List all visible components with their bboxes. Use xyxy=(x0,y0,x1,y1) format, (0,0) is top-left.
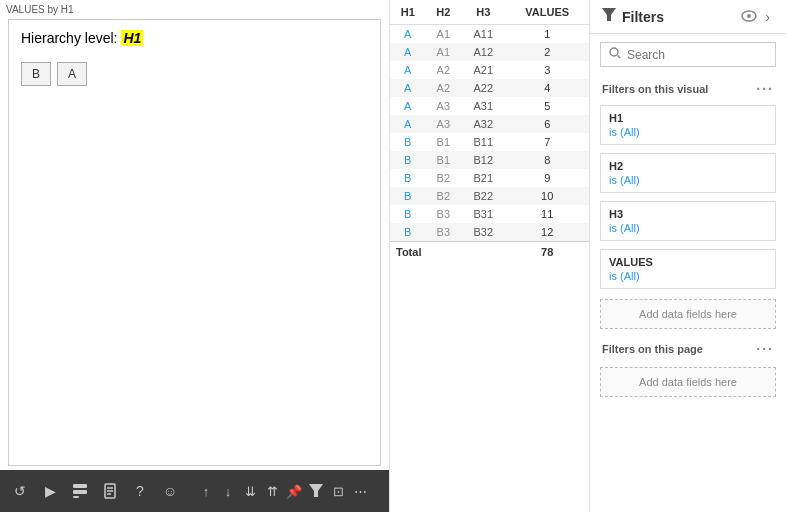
filter-card-h1[interactable]: H1 is (All) xyxy=(600,105,776,145)
search-box[interactable] xyxy=(600,42,776,67)
expand-icon[interactable]: ⊡ xyxy=(328,481,348,501)
table-row: AA1A122 xyxy=(390,43,589,61)
filter-card-values[interactable]: VALUES is (All) xyxy=(600,249,776,289)
table-row: BB3B3111 xyxy=(390,205,589,223)
filter-values-value: is (All) xyxy=(609,270,767,282)
search-icon xyxy=(609,47,621,62)
filter-h1-value: is (All) xyxy=(609,126,767,138)
filters-on-page-label: Filters on this page ··· xyxy=(590,335,786,361)
btn-A[interactable]: A xyxy=(57,62,87,86)
filters-visual-more[interactable]: ··· xyxy=(756,81,774,97)
filter-card-h2[interactable]: H2 is (All) xyxy=(600,153,776,193)
eye-icon[interactable] xyxy=(741,9,757,25)
table-row: BB2B2210 xyxy=(390,187,589,205)
toolbar-table-icon[interactable] xyxy=(68,479,92,503)
col-h1: H1 xyxy=(390,0,426,25)
data-table: H1 H2 H3 VALUES AA1A111AA1A122AA2A213AA2… xyxy=(390,0,589,262)
filter-h3-value: is (All) xyxy=(609,222,767,234)
chevron-right-icon[interactable]: › xyxy=(765,9,770,25)
buttons-row: B A xyxy=(21,62,368,86)
svg-rect-0 xyxy=(73,484,87,488)
filter-icon[interactable] xyxy=(306,481,326,501)
toolbar-bottom: ↺ ▶ ? ☺ ↑ ↓ xyxy=(0,470,389,512)
svg-marker-8 xyxy=(602,8,616,21)
filter-card-h3[interactable]: H3 is (All) xyxy=(600,201,776,241)
table-row: AA3A315 xyxy=(390,97,589,115)
toolbar-arrows: ↑ ↓ ⇊ ⇈ 📌 ⊡ ⋯ xyxy=(196,481,370,501)
pin-icon[interactable]: 📌 xyxy=(284,481,304,501)
toolbar-smiley-icon[interactable]: ☺ xyxy=(158,479,182,503)
arrow-down-double-icon[interactable]: ⇊ xyxy=(240,481,260,501)
main-container: VALUES by H1 Hierarchy level: H1 B A ↺ ▶ xyxy=(0,0,786,512)
add-data-fields-visual[interactable]: Add data fields here xyxy=(600,299,776,329)
toolbar-reset-icon[interactable]: ↺ xyxy=(8,479,32,503)
hierarchy-level: Hierarchy level: H1 xyxy=(21,30,368,46)
svg-rect-1 xyxy=(73,490,87,494)
svg-point-11 xyxy=(610,48,618,56)
toolbar-doc-icon[interactable] xyxy=(98,479,122,503)
filter-h3-title: H3 xyxy=(609,208,767,220)
table-footer-label: Total xyxy=(390,242,505,263)
btn-B[interactable]: B xyxy=(21,62,51,86)
search-input[interactable] xyxy=(627,48,767,62)
add-data-fields-page[interactable]: Add data fields here xyxy=(600,367,776,397)
chart-area: Hierarchy level: H1 B A xyxy=(8,19,381,466)
col-values: VALUES xyxy=(505,0,589,25)
filters-page-more[interactable]: ··· xyxy=(756,341,774,357)
left-panel: VALUES by H1 Hierarchy level: H1 B A ↺ ▶ xyxy=(0,0,390,512)
svg-marker-7 xyxy=(309,484,323,497)
svg-rect-2 xyxy=(73,496,79,498)
filter-h2-value: is (All) xyxy=(609,174,767,186)
table-row: AA2A224 xyxy=(390,79,589,97)
table-row: BB3B3212 xyxy=(390,223,589,242)
arrow-down-icon[interactable]: ↓ xyxy=(218,481,238,501)
col-h2: H2 xyxy=(426,0,462,25)
table-row: BB1B128 xyxy=(390,151,589,169)
svg-line-12 xyxy=(618,56,621,59)
table-footer-value: 78 xyxy=(505,242,589,263)
hierarchy-highlight: H1 xyxy=(121,30,143,46)
right-panel: Filters › Filters on this visual ··· xyxy=(590,0,786,512)
table-panel: H1 H2 H3 VALUES AA1A111AA1A122AA2A213AA2… xyxy=(390,0,590,512)
filter-funnel-icon xyxy=(602,8,616,25)
filter-h2-title: H2 xyxy=(609,160,767,172)
table-row: AA1A111 xyxy=(390,25,589,44)
col-h3: H3 xyxy=(461,0,505,25)
table-row: AA3A326 xyxy=(390,115,589,133)
more-icon[interactable]: ⋯ xyxy=(350,481,370,501)
svg-point-10 xyxy=(747,14,751,18)
table-row: BB2B219 xyxy=(390,169,589,187)
filters-on-visual-label: Filters on this visual ··· xyxy=(590,75,786,101)
toolbar-help-icon[interactable]: ? xyxy=(128,479,152,503)
toolbar-play-icon[interactable]: ▶ xyxy=(38,479,62,503)
filters-title: Filters xyxy=(622,9,737,25)
chart-label: VALUES by H1 xyxy=(0,0,389,17)
filters-header: Filters › xyxy=(590,0,786,34)
arrow-up-fork-icon[interactable]: ⇈ xyxy=(262,481,282,501)
arrow-up-icon[interactable]: ↑ xyxy=(196,481,216,501)
filter-h1-title: H1 xyxy=(609,112,767,124)
filter-values-title: VALUES xyxy=(609,256,767,268)
table-row: BB1B117 xyxy=(390,133,589,151)
table-row: AA2A213 xyxy=(390,61,589,79)
